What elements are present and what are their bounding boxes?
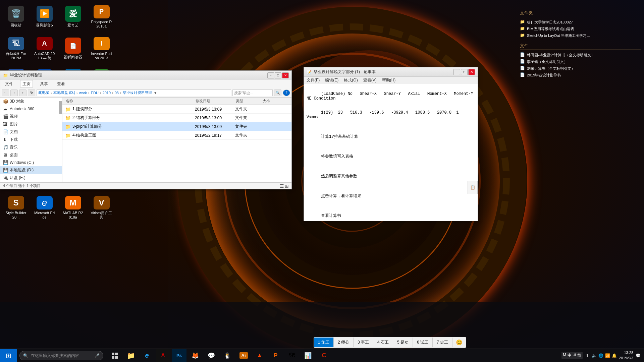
action-center-icon[interactable]: 💬 [635, 353, 641, 358]
sidebar-scrollbar-thumb[interactable] [59, 101, 62, 114]
col-date[interactable]: 修改日期 [195, 99, 235, 104]
chat-tab-3[interactable]: 4 石工 [373, 338, 393, 347]
back-button[interactable]: ← [2, 89, 9, 96]
taskbar-map[interactable]: 🗺 [284, 349, 299, 362]
taskbar-clock[interactable]: 13:28 2019/5/3 [619, 350, 633, 361]
icon-ms-edge[interactable]: e Microsoft Edge [32, 194, 57, 221]
path-disk[interactable]: 本地磁盘 (D:) [53, 90, 75, 95]
grid-view-icon[interactable]: ⊞ [285, 183, 289, 189]
sidebar-usb-e2[interactable]: 🔌 U 盘 (E:) [0, 182, 62, 182]
ribbon-tab-file[interactable]: 文件 [3, 80, 15, 87]
table-row[interactable]: 📁 2-结构手算部分 2019/5/3 13:09 文件夹 [62, 114, 291, 122]
file-item-3[interactable]: 📄 2019毕业设计指导书 [520, 72, 641, 78]
taskbar-app9[interactable]: ▲ [252, 349, 267, 362]
icon-virbox[interactable]: V Virbox用户工具 [89, 194, 114, 221]
close-button[interactable]: ✕ [282, 72, 289, 78]
ribbon-tab-home[interactable]: 主页 [20, 80, 33, 88]
sidebar-music[interactable]: 🎵 音乐 [0, 143, 62, 151]
sidebar-images[interactable]: 🖼 图片 [0, 120, 62, 128]
ime-indicator[interactable]: M 中 ·∂ 简 [561, 352, 583, 359]
tray-arrow-icon[interactable]: ⬆ [585, 353, 590, 358]
taskbar-file-explorer[interactable]: 📁 [123, 349, 138, 362]
icon-polyspace[interactable]: P Polyspace R2018a [89, 3, 114, 30]
sidebar-windows-c[interactable]: 💾 Windows (C:) [0, 159, 62, 166]
taskbar-app12[interactable]: 📊 [301, 349, 315, 362]
menu-edit[interactable]: 编辑(E) [324, 77, 340, 83]
chat-tab-0[interactable]: 1 施工 [314, 338, 334, 347]
chat-tab-6[interactable]: 7 史工 [433, 338, 452, 347]
taskbar-c-app[interactable]: C [317, 349, 331, 362]
search-button[interactable]: 🔍 [274, 89, 281, 96]
icon-matlab[interactable]: M MATLAB R2018a [60, 194, 86, 221]
path-edu[interactable]: EDU [91, 91, 99, 95]
menu-file[interactable]: 文件(F) [305, 77, 321, 83]
icon-storm-player[interactable]: ▶️ 暴风影音5 [32, 3, 57, 30]
sidebar-3d-objects[interactable]: 📦 3D 对象 [0, 98, 62, 105]
chat-tab-2[interactable]: 3 事工 [354, 338, 373, 347]
sidebar-video[interactable]: 🎬 视频 [0, 113, 62, 120]
help-button[interactable]: ? [283, 89, 290, 96]
taskbar-search-input[interactable] [31, 353, 92, 358]
path-year[interactable]: 2019 [103, 91, 111, 95]
sidebar-disk-d[interactable]: 💾 本地磁盘 (D:) [0, 166, 62, 174]
file-item-0[interactable]: 📄 韩田园-毕业设计计算书（全文标明引文） [520, 52, 641, 58]
taskbar-wechat[interactable]: 💬 [204, 349, 219, 362]
tray-network-icon[interactable]: 🌐 [598, 353, 603, 358]
tray-wifi-icon[interactable]: 📶 [605, 353, 610, 358]
notepad-minimize-button[interactable]: − [453, 69, 460, 75]
taskbar-autocad[interactable]: A [156, 349, 170, 362]
notepad-content[interactable]: (LoadCase) No Shear-X Shear-Y Axial Mome… [304, 84, 478, 221]
tray-volume-icon[interactable]: 🔈 [591, 353, 597, 358]
icon-recycle-bin[interactable]: 🗑️ 回收站 [3, 3, 29, 30]
path-work[interactable]: work [79, 91, 87, 95]
table-row[interactable]: 📁 1-建筑部分 2019/5/3 13:09 文件夹 [62, 105, 291, 114]
path-folder[interactable]: 毕业设计资料整理 [123, 90, 152, 95]
sidebar-desktop[interactable]: 🖥 桌面 [0, 151, 62, 159]
folder-item-0[interactable]: 📁 哈什大学教学日志20180827 [520, 19, 641, 25]
search-input[interactable] [232, 89, 273, 96]
table-row[interactable]: 📁 3-pkpm计算部分 2019/5/3 13:09 文件夹 [62, 122, 291, 131]
menu-help[interactable]: 帮助(H) [381, 77, 397, 83]
taskbar-task-view[interactable] [107, 349, 122, 362]
list-view-icon[interactable]: ☰ [280, 183, 284, 189]
table-row[interactable]: 📁 4-结构施工图 2019/5/2 19:17 文件夹 [62, 131, 291, 140]
path-03[interactable]: 03 [115, 91, 119, 95]
ribbon-tab-share[interactable]: 共享 [38, 80, 50, 87]
col-size[interactable]: 大小 [262, 99, 289, 104]
start-button[interactable]: ⊞ [0, 349, 17, 362]
icon-autocad[interactable]: A AutoCAD 2013 — 简 [32, 35, 57, 62]
emoji-button[interactable]: 😊 [452, 337, 466, 348]
icon-iqiyi[interactable]: 爱 爱奇艺 [60, 3, 86, 30]
icon-style-builder[interactable]: S Style Builder 20... [3, 194, 29, 221]
clipboard-button[interactable]: 📋 [468, 181, 478, 194]
menu-view[interactable]: 查看(V) [362, 77, 378, 83]
chat-tab-5[interactable]: 6 试工 [413, 338, 433, 347]
sidebar-usb-e1[interactable]: 🔌 U 盘 (E:) [0, 174, 62, 182]
taskbar-qq[interactable]: 🐧 [220, 349, 235, 362]
taskbar-edge[interactable]: e [140, 349, 154, 362]
col-type[interactable]: 类型 [235, 99, 262, 104]
file-item-1[interactable]: 📄 李子健（全文标明引文） [520, 58, 641, 65]
icon-forpkpm[interactable]: 🏗 自动成图ForPKPM [3, 35, 29, 62]
col-name[interactable]: 名称 [65, 99, 195, 104]
ribbon-tab-view[interactable]: 查看 [55, 80, 67, 87]
folder-item-2[interactable]: 📁 SketchUp to LayOut 三维施工图学习... [520, 32, 641, 39]
maximize-button[interactable]: □ [275, 72, 281, 78]
tray-notification-icon[interactable]: 🔔 [611, 353, 617, 358]
chat-tab-4[interactable]: 5 是功 [393, 338, 413, 347]
sidebar-autodesk360[interactable]: ☁ Autodesk 360 [0, 105, 62, 113]
sidebar-documents[interactable]: 📄 文档 [0, 128, 62, 136]
chat-tab-1[interactable]: 2 师公 [334, 338, 354, 347]
notepad-maximize-button[interactable]: □ [461, 69, 468, 75]
icon-inventor-fusion[interactable]: I Inventor Fusion 2013 [89, 35, 114, 62]
taskbar-firefox[interactable]: 🦊 [188, 349, 203, 362]
icon-foxitpdf[interactable]: 📄 福昕阅读器 [60, 35, 86, 62]
minimize-button[interactable]: − [267, 72, 274, 78]
sidebar-downloads[interactable]: ⬇ 下载 [0, 136, 62, 143]
refresh-button[interactable]: ↻ [28, 89, 35, 96]
taskbar-ppt[interactable]: P [268, 349, 283, 362]
up-button[interactable]: ↑ [19, 89, 26, 96]
folder-item-1[interactable]: 📁 BIM应用等级考试考点由请表 [520, 25, 641, 32]
taskbar-photoshop[interactable]: Ps [172, 349, 186, 362]
notepad-close-button[interactable]: ✕ [468, 69, 475, 75]
